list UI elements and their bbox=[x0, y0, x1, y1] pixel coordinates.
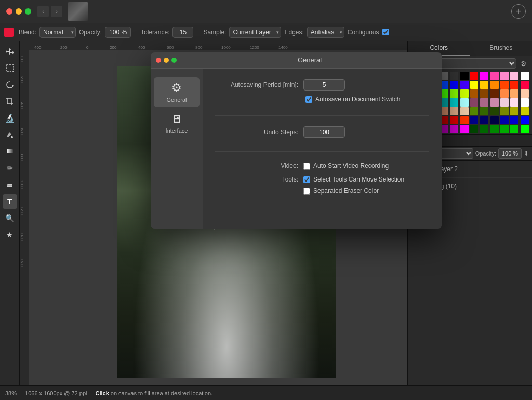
crop-tool[interactable] bbox=[3, 94, 17, 109]
color-swatch-item[interactable] bbox=[460, 81, 469, 89]
dialog-maximize-button[interactable] bbox=[171, 58, 177, 63]
color-swatch-item[interactable] bbox=[500, 116, 509, 124]
color-swatch-item[interactable] bbox=[521, 89, 529, 98]
layers-opacity-arrows[interactable]: ⬍ bbox=[524, 150, 529, 157]
color-swatch-item[interactable] bbox=[510, 98, 518, 107]
maximize-button[interactable] bbox=[25, 8, 31, 15]
color-swatch-item[interactable] bbox=[490, 89, 499, 98]
color-swatch-item[interactable] bbox=[480, 89, 488, 98]
color-swatch[interactable] bbox=[4, 28, 14, 37]
lasso-tool[interactable] bbox=[3, 78, 17, 92]
color-swatch-item[interactable] bbox=[470, 125, 478, 133]
interface-icon: 🖥 bbox=[171, 113, 182, 125]
layers-opacity-input[interactable] bbox=[498, 148, 522, 159]
tolerance-input[interactable] bbox=[172, 27, 193, 38]
dialog-minimize-button[interactable] bbox=[164, 58, 169, 63]
color-swatch-item[interactable] bbox=[500, 81, 509, 89]
color-swatch-item[interactable] bbox=[490, 125, 499, 133]
color-swatch-item[interactable] bbox=[460, 125, 469, 133]
color-swatch-item[interactable] bbox=[480, 98, 488, 107]
color-swatch-item[interactable] bbox=[470, 98, 478, 107]
color-swatch-item[interactable] bbox=[490, 107, 499, 115]
move-tool[interactable] bbox=[3, 44, 17, 59]
color-swatch-item[interactable] bbox=[480, 72, 488, 80]
color-swatch-item[interactable] bbox=[460, 116, 469, 124]
color-swatch-item[interactable] bbox=[521, 98, 529, 107]
color-swatch-item[interactable] bbox=[480, 81, 488, 89]
color-swatch-item[interactable] bbox=[500, 89, 509, 98]
document-thumbnail[interactable] bbox=[68, 2, 88, 21]
ruler-tick: 1000 bbox=[221, 45, 231, 50]
color-swatch-item[interactable] bbox=[510, 81, 518, 89]
color-swatch-item[interactable] bbox=[450, 125, 458, 133]
dialog-nav-interface[interactable]: 🖥 Interface bbox=[154, 109, 200, 138]
video-checkbox[interactable] bbox=[303, 163, 310, 170]
color-swatch-item[interactable] bbox=[521, 81, 529, 89]
color-swatch-item[interactable] bbox=[521, 116, 529, 124]
tools-eraser-checkbox[interactable] bbox=[303, 188, 310, 195]
star-tool[interactable]: ★ bbox=[3, 227, 17, 242]
color-swatch-item[interactable] bbox=[450, 116, 458, 124]
color-swatch-item[interactable] bbox=[460, 107, 469, 115]
brush-tool[interactable]: ✏ bbox=[3, 161, 17, 175]
color-swatch-item[interactable] bbox=[450, 81, 458, 89]
color-swatch-item[interactable] bbox=[480, 107, 488, 115]
color-swatch-item[interactable] bbox=[521, 125, 529, 133]
colors-gear-button[interactable]: ⚙ bbox=[518, 58, 529, 69]
color-swatch-item[interactable] bbox=[500, 125, 509, 133]
autosave-switch-checkbox[interactable] bbox=[305, 96, 312, 103]
color-swatch-item[interactable] bbox=[480, 125, 488, 133]
color-swatch-item[interactable] bbox=[470, 81, 478, 89]
dialog-close-button[interactable] bbox=[156, 58, 161, 63]
color-swatch-item[interactable] bbox=[470, 116, 478, 124]
color-swatch-item[interactable] bbox=[460, 89, 469, 98]
color-swatch-item[interactable] bbox=[510, 89, 518, 98]
forward-button[interactable]: › bbox=[51, 6, 62, 17]
select-tool[interactable] bbox=[3, 61, 17, 75]
color-swatch-item[interactable] bbox=[490, 72, 499, 80]
color-swatch-item[interactable] bbox=[450, 89, 458, 98]
color-swatch-item[interactable] bbox=[450, 107, 458, 115]
color-swatch-item[interactable] bbox=[510, 72, 518, 80]
close-button[interactable] bbox=[6, 8, 12, 15]
gradient-tool[interactable] bbox=[3, 144, 17, 159]
color-swatch-item[interactable] bbox=[510, 125, 518, 133]
dialog-nav-general[interactable]: ⚙ General bbox=[154, 77, 200, 107]
eyedropper-tool[interactable]: 🔬 bbox=[3, 111, 17, 125]
color-swatch-item[interactable] bbox=[470, 72, 478, 80]
color-swatch-item[interactable] bbox=[500, 72, 509, 80]
color-swatch-item[interactable] bbox=[470, 107, 478, 115]
color-swatch-item[interactable] bbox=[521, 72, 529, 80]
color-swatch-item[interactable] bbox=[470, 89, 478, 98]
tools-move-checkbox[interactable] bbox=[303, 176, 310, 183]
color-swatch-item[interactable] bbox=[490, 81, 499, 89]
back-button[interactable]: ‹ bbox=[37, 6, 49, 17]
eraser-tool[interactable] bbox=[3, 177, 17, 192]
blend-dropdown[interactable]: Normal bbox=[39, 27, 76, 38]
color-swatch-item[interactable] bbox=[460, 98, 469, 107]
color-swatch-item[interactable] bbox=[521, 107, 529, 115]
brushes-tab[interactable]: Brushes bbox=[470, 41, 533, 56]
color-swatch-item[interactable] bbox=[490, 98, 499, 107]
paint-bucket-tool[interactable] bbox=[3, 127, 17, 142]
autosave-period-input[interactable] bbox=[303, 79, 345, 91]
edges-dropdown[interactable]: Antialias bbox=[307, 27, 344, 38]
zoom-tool[interactable]: 🔍 bbox=[3, 211, 17, 225]
color-swatch-item[interactable] bbox=[500, 107, 509, 115]
text-tool[interactable]: T bbox=[3, 194, 17, 209]
add-document-button[interactable]: + bbox=[511, 4, 526, 19]
opacity-input[interactable] bbox=[105, 27, 131, 38]
color-swatch-item[interactable] bbox=[510, 116, 518, 124]
minimize-button[interactable] bbox=[16, 8, 22, 15]
color-swatch-item[interactable] bbox=[480, 116, 488, 124]
color-swatch-item[interactable] bbox=[460, 72, 469, 80]
blend-label: Blend: bbox=[19, 29, 36, 36]
sample-dropdown[interactable]: Current Layer bbox=[229, 27, 281, 38]
undo-steps-input[interactable] bbox=[303, 126, 345, 138]
contiguous-checkbox[interactable] bbox=[382, 29, 389, 35]
color-swatch-item[interactable] bbox=[450, 98, 458, 107]
color-swatch-item[interactable] bbox=[450, 72, 458, 80]
color-swatch-item[interactable] bbox=[510, 107, 518, 115]
color-swatch-item[interactable] bbox=[500, 98, 509, 107]
color-swatch-item[interactable] bbox=[490, 116, 499, 124]
